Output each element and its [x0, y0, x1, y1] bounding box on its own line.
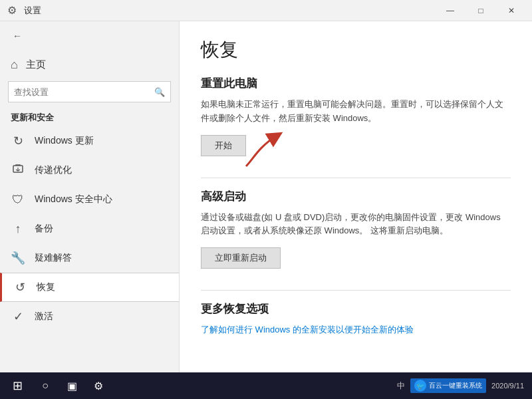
search-box: 🔍 [8, 81, 171, 102]
start-button[interactable]: ⊞ [3, 372, 32, 399]
app-layout: ← ⌂ 主页 🔍 更新和安全 ↻ Windows 更新 [0, 21, 532, 372]
recovery-icon: ↺ [13, 280, 27, 295]
taskbar-datetime: 2020/9/11 [491, 382, 524, 390]
sidebar: ← ⌂ 主页 🔍 更新和安全 ↻ Windows 更新 [0, 21, 180, 372]
search-input[interactable] [14, 87, 154, 97]
sidebar-item-activation[interactable]: ✓ 激活 [0, 302, 179, 331]
reset-section: 重置此电脑 如果电脑未正常运行，重置电脑可能会解决问题。重置时，可以选择保留个人… [201, 76, 511, 172]
advanced-section-title: 高级启动 [201, 189, 511, 204]
task-view-button[interactable]: ▣ [59, 372, 85, 399]
minimize-button[interactable]: — [435, 0, 466, 21]
sidebar-nav-top: ← [0, 21, 179, 51]
maximize-button[interactable]: □ [466, 0, 496, 21]
sidebar-item-security[interactable]: 🛡 Windows 安全中心 [0, 185, 179, 214]
settings-taskbar-button[interactable]: ⚙ [85, 372, 112, 399]
sidebar-section-label: 更新和安全 [0, 108, 179, 126]
update-icon: ↻ [11, 134, 25, 148]
sidebar-item-activation-label: 激活 [35, 311, 53, 323]
taskbar-watermark: 🐦 百云一键重装系统 [410, 378, 486, 393]
sidebar-item-security-label: Windows 安全中心 [35, 194, 112, 205]
sidebar-item-troubleshoot[interactable]: 🔧 疑难解答 [0, 243, 179, 273]
sidebar-item-delivery-opt[interactable]: 传递优化 [0, 156, 179, 185]
back-button[interactable]: ← [8, 27, 27, 45]
sidebar-item-recovery-label: 恢复 [37, 281, 55, 293]
sidebar-item-windows-update[interactable]: ↻ Windows 更新 [0, 126, 179, 156]
page-title: 恢复 [201, 37, 511, 63]
sidebar-item-backup-label: 备份 [35, 223, 53, 235]
more-section: 更多恢复选项 了解如何进行 Windows 的全新安装以便开始全新的体验 [201, 301, 511, 336]
delivery-icon [11, 163, 25, 178]
section-divider-2 [201, 290, 511, 291]
reset-section-title: 重置此电脑 [201, 76, 511, 91]
search-taskbar-button[interactable]: ○ [32, 372, 59, 399]
advanced-section-desc: 通过设备或磁盘(如 U 盘或 DVD)启动，更改你的电脑固件设置，更改 Wind… [201, 211, 511, 239]
shield-icon: 🛡 [11, 193, 25, 207]
section-divider-1 [201, 178, 511, 178]
settings-window-icon: ⚙ [5, 4, 19, 17]
reset-start-button[interactable]: 开始 [201, 135, 246, 156]
close-button[interactable]: ✕ [496, 0, 527, 21]
reset-section-desc: 如果电脑未正常运行，重置电脑可能会解决问题。重置时，可以选择保留个人文件或删除个… [201, 98, 511, 126]
sidebar-item-windows-update-label: Windows 更新 [35, 135, 94, 147]
sidebar-item-backup[interactable]: ↑ 备份 [0, 214, 179, 243]
home-icon: ⌂ [11, 58, 18, 72]
restart-now-button[interactable]: 立即重新启动 [201, 247, 281, 269]
sidebar-item-recovery[interactable]: ↺ 恢复 [0, 273, 179, 302]
taskbar-lang: 中 [397, 380, 405, 392]
sidebar-item-home[interactable]: ⌂ 主页 [0, 51, 179, 78]
window-controls: — □ ✕ [435, 0, 527, 21]
taskbar: ⊞ ○ ▣ ⚙ 中 🐦 百云一键重装系统 2020/9/11 [0, 372, 532, 399]
advanced-section: 高级启动 通过设备或磁盘(如 U 盘或 DVD)启动，更改你的电脑固件设置，更改… [201, 189, 511, 285]
sidebar-item-troubleshoot-label: 疑难解答 [35, 252, 72, 264]
title-bar: ⚙ 设置 — □ ✕ [0, 0, 532, 21]
window-title: 设置 [24, 5, 435, 17]
more-section-title: 更多恢复选项 [201, 301, 511, 317]
activation-icon: ✓ [11, 309, 25, 324]
main-content: 恢复 重置此电脑 如果电脑未正常运行，重置电脑可能会解决问题。重置时，可以选择保… [180, 21, 532, 372]
backup-icon: ↑ [11, 222, 25, 236]
fresh-install-link[interactable]: 了解如何进行 Windows 的全新安装以便开始全新的体验 [201, 325, 414, 334]
troubleshoot-icon: 🔧 [11, 251, 25, 265]
sidebar-item-delivery-label: 传递优化 [35, 164, 72, 176]
home-label: 主页 [26, 59, 46, 71]
search-icon: 🔍 [154, 87, 165, 97]
